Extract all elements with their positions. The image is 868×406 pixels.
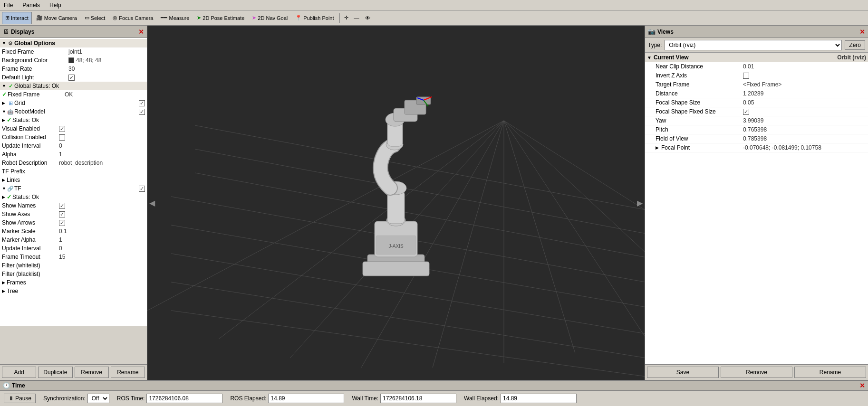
remove-button[interactable]: Remove	[75, 367, 109, 378]
viewport-arrow-left[interactable]: ◀	[149, 198, 155, 208]
pause-label: Pause	[15, 395, 31, 402]
2d-pose-button[interactable]: ➤ 2D Pose Estimate	[193, 12, 248, 24]
global-status-label: Global Status: Ok	[14, 83, 59, 89]
collision-enabled-label: Collision Enabled	[2, 134, 59, 141]
views-remove-button[interactable]: Remove	[721, 367, 792, 378]
global-options-row[interactable]: ▼ ⚙ Global Options	[0, 39, 147, 47]
displays-close-button[interactable]: ✕	[138, 28, 144, 36]
2d-nav-button[interactable]: ➤ 2D Nav Goal	[249, 12, 291, 24]
default-light-row: Default Light	[0, 73, 147, 82]
displays-icon: 🖥	[3, 28, 9, 35]
displays-panel: 🖥 Displays ✕ ▼ ⚙ Global Options Fixed Fr…	[0, 26, 147, 380]
links-row[interactable]: ▶ Links	[0, 176, 147, 184]
ros-elapsed-input[interactable]	[268, 394, 344, 403]
viewport[interactable]: J-AXIS ◀	[147, 26, 645, 380]
tf-expand[interactable]: ▼	[2, 186, 7, 191]
views-zero-button[interactable]: Zero	[845, 40, 865, 50]
grid-icon: ⊞	[7, 100, 14, 106]
viewport-arrow-right[interactable]: ▶	[637, 198, 643, 208]
focal-point-expand[interactable]: ▶	[656, 145, 660, 150]
displays-header: 🖥 Displays ✕	[0, 26, 147, 38]
focus-camera-label: Focus Camera	[119, 15, 153, 21]
wall-elapsed-input[interactable]	[501, 394, 577, 403]
wall-time-field: Wall Time:	[352, 394, 456, 403]
grid-row[interactable]: ▶ ⊞ Grid	[0, 99, 147, 107]
grid-expand[interactable]: ▶	[2, 101, 7, 105]
frame-timeout-row: Frame Timeout 15	[0, 253, 147, 261]
global-options-label: Global Options	[14, 40, 55, 47]
displays-buttons: Add Duplicate Remove Rename	[0, 364, 147, 380]
interact-button[interactable]: ⊞ Interact	[2, 12, 32, 24]
pause-button[interactable]: ⏸ Pause	[4, 394, 36, 403]
menu-panels[interactable]: Panels	[20, 1, 42, 9]
show-axes-row: Show Axes	[0, 210, 147, 218]
global-status-fixed-frame-row: ✓ Fixed Frame OK	[0, 90, 147, 99]
visual-enabled-label: Visual Enabled	[2, 125, 59, 132]
alpha-label: Alpha	[2, 151, 59, 158]
default-light-checkbox[interactable]	[68, 75, 75, 81]
ros-elapsed-label: ROS Elapsed:	[230, 395, 266, 402]
current-view-header[interactable]: ▼ Current View Orbit (rviz)	[645, 53, 868, 62]
robot-status-expand[interactable]: ▶	[2, 118, 7, 123]
rename-button[interactable]: Rename	[111, 367, 145, 378]
view-button[interactable]: 👁	[363, 12, 373, 24]
2d-pose-label: 2D Pose Estimate	[203, 15, 244, 21]
add-axis-button[interactable]: ✛	[342, 12, 351, 24]
views-type-select[interactable]: Orbit (rviz)	[665, 40, 842, 50]
focal-point-row[interactable]: ▶ Focal Point -0.070648; -0.081499; 0.10…	[645, 143, 868, 152]
ros-time-input[interactable]	[146, 394, 222, 403]
publish-point-button[interactable]: 📍 Publish Point	[292, 12, 337, 24]
measure-icon: ━━	[161, 15, 167, 21]
views-rename-button[interactable]: Rename	[794, 367, 866, 378]
svg-line-7	[504, 121, 645, 339]
tree-row[interactable]: ▶ Tree	[0, 287, 147, 295]
add-button[interactable]: Add	[2, 367, 36, 378]
tf-checkbox[interactable]	[139, 186, 145, 192]
move-camera-button[interactable]: 🎥 Move Camera	[33, 12, 80, 24]
fixed-frame-label: Fixed Frame	[2, 48, 68, 55]
tf-status-expand[interactable]: ▶	[2, 195, 7, 199]
frames-expand[interactable]: ▶	[2, 280, 7, 285]
focus-camera-button[interactable]: ◎ Focus Camera	[109, 12, 156, 24]
frames-row[interactable]: ▶ Frames	[0, 278, 147, 287]
tree-expand[interactable]: ▶	[2, 289, 7, 293]
links-expand[interactable]: ▶	[2, 178, 7, 182]
background-color-row: Background Color 48; 48; 48	[0, 56, 147, 65]
focal-shape-fixed-checkbox[interactable]	[743, 109, 749, 115]
remove-axis-button[interactable]: —	[352, 12, 362, 24]
tf-row[interactable]: ▼ 🔗 TF	[0, 184, 147, 193]
select-button[interactable]: ▭ Select	[81, 12, 109, 24]
menu-file[interactable]: File	[2, 1, 15, 9]
robot-model-expand[interactable]: ▼	[2, 109, 7, 114]
global-status-expand[interactable]: ▼	[2, 84, 7, 88]
sync-select[interactable]: Off	[87, 394, 109, 403]
robot-model-checkbox[interactable]	[139, 109, 145, 115]
tf-label: TF	[14, 185, 21, 192]
global-options-expand[interactable]: ▼	[2, 41, 7, 46]
global-status-row[interactable]: ▼ ✓ Global Status: Ok	[0, 82, 147, 90]
views-save-button[interactable]: Save	[647, 367, 719, 378]
measure-button[interactable]: ━━ Measure	[157, 12, 193, 24]
robot-model-row[interactable]: ▼ 🤖 RobotModel	[0, 107, 147, 116]
views-close-button[interactable]: ✕	[859, 28, 865, 36]
wall-time-input[interactable]	[380, 394, 456, 403]
filter-blacklist-label: Filter (blacklist)	[2, 271, 59, 277]
duplicate-button[interactable]: Duplicate	[38, 367, 72, 378]
show-arrows-checkbox[interactable]	[59, 220, 65, 226]
collision-enabled-checkbox[interactable]	[59, 134, 65, 141]
menu-help[interactable]: Help	[48, 1, 63, 9]
invert-z-row: Invert Z Axis	[645, 71, 868, 80]
svg-text:J-AXIS: J-AXIS	[388, 244, 403, 249]
filter-blacklist-row: Filter (blacklist)	[0, 270, 147, 278]
time-close-button[interactable]: ✕	[859, 382, 865, 389]
show-axes-checkbox[interactable]	[59, 211, 65, 217]
focal-shape-fixed-row: Focal Shape Fixed Size	[645, 107, 868, 116]
tf-prefix-label: TF Prefix	[2, 168, 59, 175]
current-view-expand[interactable]: ▼	[647, 55, 652, 60]
visual-enabled-checkbox[interactable]	[59, 126, 65, 132]
invert-z-checkbox[interactable]	[743, 73, 749, 79]
grid-checkbox[interactable]	[139, 100, 145, 106]
marker-alpha-row: Marker Alpha 1	[0, 236, 147, 244]
show-names-checkbox[interactable]	[59, 203, 65, 209]
publish-point-label: Publish Point	[303, 15, 334, 21]
